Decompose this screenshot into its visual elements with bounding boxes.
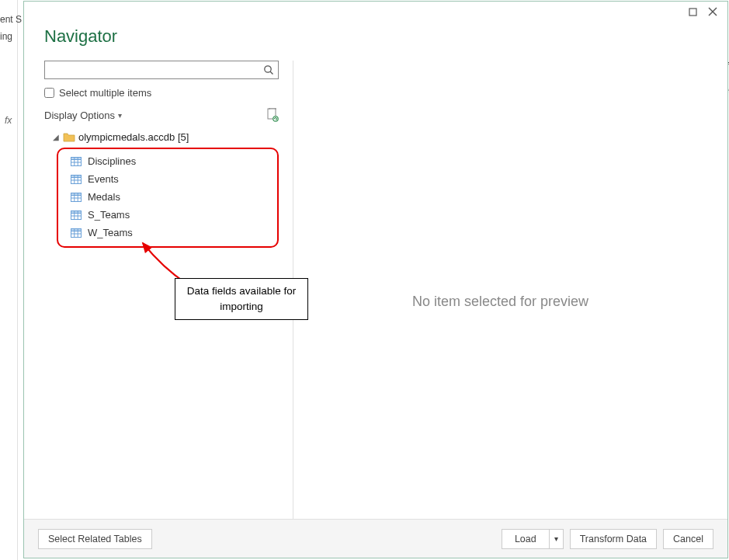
bg-text-frag: ing: [0, 31, 12, 42]
table-icon: [71, 193, 82, 202]
tree-root-database[interactable]: ◢ olympicmedals.accdb [5]: [44, 130, 279, 144]
tree-item-w-teams[interactable]: W_Teams: [61, 224, 274, 242]
table-list-highlight: Disciplines Events Medals: [57, 148, 279, 248]
table-icon: [71, 157, 82, 166]
tree-item-disciplines[interactable]: Disciplines: [61, 152, 274, 170]
formula-bar-fx: fx: [5, 115, 12, 126]
close-button[interactable]: [703, 3, 723, 20]
svg-rect-24: [71, 210, 82, 213]
display-options-label: Display Options: [44, 110, 115, 121]
search-icon[interactable]: [262, 64, 275, 76]
maximize-button[interactable]: [682, 3, 703, 20]
title-bar: [24, 2, 727, 22]
tree-view: ◢ olympicmedals.accdb [5] Disciplines: [44, 130, 279, 519]
load-dropdown-button[interactable]: ▾: [549, 529, 564, 549]
svg-point-6: [273, 117, 278, 121]
table-icon: [71, 175, 82, 184]
annotation-callout: Data fields available for importing: [175, 278, 308, 320]
search-input[interactable]: [48, 61, 262, 78]
svg-rect-9: [71, 157, 82, 159]
select-multiple-checkbox[interactable]: [44, 88, 54, 98]
dialog-title: Navigator: [44, 26, 707, 47]
tree-item-events[interactable]: Events: [61, 170, 274, 188]
tree-item-label: W_Teams: [88, 227, 133, 238]
preview-pane: No item selected for preview: [293, 61, 707, 519]
database-label: olympicmedals.accdb [5]: [78, 131, 189, 143]
table-icon: [71, 228, 82, 238]
load-split-button: Load ▾: [502, 529, 564, 549]
collapse-toggle-icon[interactable]: ◢: [52, 133, 60, 141]
folder-icon: [63, 132, 75, 142]
tree-item-s-teams[interactable]: S_Teams: [61, 206, 274, 224]
tree-item-label: Disciplines: [88, 155, 136, 167]
table-icon: [71, 210, 82, 220]
bg-text-frag: ent S: [0, 14, 22, 25]
select-multiple-row[interactable]: Select multiple items: [44, 87, 279, 99]
tree-item-medals[interactable]: Medals: [61, 188, 274, 206]
svg-point-3: [265, 66, 271, 72]
tree-item-label: Medals: [88, 191, 120, 203]
tree-item-label: Events: [88, 173, 119, 185]
svg-line-4: [270, 71, 273, 74]
search-box[interactable]: [44, 61, 279, 79]
navigator-dialog: Navigator Select multiple items Display …: [23, 1, 728, 558]
tree-item-label: S_Teams: [88, 209, 130, 221]
svg-rect-14: [71, 175, 82, 177]
no-preview-message: No item selected for preview: [412, 294, 588, 310]
display-options-dropdown[interactable]: Display Options ▾: [44, 110, 122, 121]
svg-rect-19: [71, 193, 82, 195]
dialog-footer: Select Related Tables Load ▾ Transform D…: [24, 519, 727, 558]
chevron-down-icon: ▾: [118, 111, 122, 120]
transform-data-button[interactable]: Transform Data: [570, 529, 657, 549]
load-button[interactable]: Load: [502, 529, 549, 549]
refresh-icon[interactable]: [266, 108, 279, 122]
annotation-text: Data fields available for importing: [179, 283, 304, 315]
select-multiple-label: Select multiple items: [59, 87, 151, 99]
select-related-tables-button[interactable]: Select Related Tables: [38, 529, 152, 549]
svg-rect-29: [71, 228, 82, 231]
cancel-button[interactable]: Cancel: [663, 529, 713, 549]
svg-rect-0: [689, 9, 696, 16]
